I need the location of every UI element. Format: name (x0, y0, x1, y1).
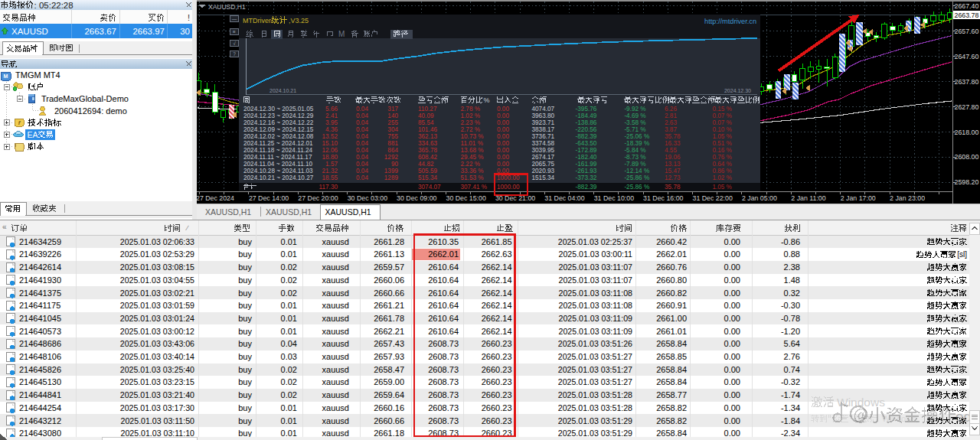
svg-text:-882.39: -882.39 (576, 184, 597, 191)
svg-text:31 Dec 22:00: 31 Dec 22:00 (693, 194, 733, 202)
svg-text:0.02: 0.02 (281, 262, 297, 272)
svg-text:buy: buy (238, 314, 252, 323)
svg-text:2610.64: 2610.64 (428, 288, 459, 298)
svg-text:-0.86: -0.86 (781, 237, 800, 246)
svg-text:2658.82: 2658.82 (656, 416, 687, 425)
svg-text:11.01 %: 11.01 % (461, 140, 483, 147)
svg-text:0.00: 0.00 (724, 352, 740, 361)
svg-text:2024.11.18 ~ 2024.11.24: 2024.11.18 ~ 2024.11.24 (243, 147, 313, 154)
svg-text:2608.73: 2608.73 (428, 365, 459, 374)
svg-text:304: 304 (387, 126, 398, 133)
svg-text:buy: buy (238, 262, 252, 272)
svg-text:2025.01.03 03:11:10: 2025.01.03 03:11:10 (121, 429, 195, 438)
svg-text:18.55: 18.55 (322, 174, 338, 181)
svg-text:2025.01.03 03:43:06: 2025.01.03 03:43:06 (120, 339, 194, 348)
svg-text:2025.01.03 03:51:26: 2025.01.03 03:51:26 (558, 339, 632, 348)
svg-text:214644254: 214644254 (19, 403, 61, 412)
svg-text:,V3.25: ,V3.25 (289, 17, 309, 24)
svg-text:2658.85: 2658.85 (656, 352, 687, 361)
svg-text:-882.39: -882.39 (576, 133, 597, 140)
svg-text:2025.01.03 03:01:59: 2025.01.03 03:01:59 (120, 301, 194, 310)
svg-text:-0.32: -0.32 (781, 377, 800, 386)
svg-text:buy: buy (238, 301, 252, 310)
svg-text:51.53 %: 51.53 % (461, 174, 484, 181)
svg-text:buy: buy (238, 327, 252, 336)
svg-text:xauusd: xauusd (322, 288, 349, 298)
svg-text:2024.12.09 ~ 2024.12.15: 2024.12.09 ~ 2024.12.15 (243, 126, 314, 133)
svg-text:buy: buy (238, 237, 252, 246)
svg-text:-261.93: -261.93 (576, 168, 597, 174)
svg-text:XAUUSD,H1: XAUUSD,H1 (205, 207, 251, 217)
svg-text:44.82: 44.82 (418, 161, 434, 168)
svg-text:-8.73 %: -8.73 % (624, 154, 645, 161)
svg-text:≡: ≡ (233, 29, 236, 34)
svg-text:30 Dec 09:00: 30 Dec 09:00 (397, 194, 436, 202)
svg-text:2.76: 2.76 (784, 352, 800, 361)
svg-text:0.04: 0.04 (356, 112, 368, 119)
svg-text:2.38: 2.38 (784, 262, 800, 272)
svg-text:0.32: 0.32 (784, 288, 800, 298)
svg-text:2658.84: 2658.84 (656, 339, 687, 348)
svg-text:13.68 %: 13.68 % (461, 147, 484, 154)
svg-text:2662.01: 2662.01 (428, 249, 459, 259)
svg-text:2 Jan 17:00: 2 Jan 17:00 (841, 194, 876, 202)
svg-text:2661.78: 2661.78 (374, 314, 404, 323)
svg-text:2663.67: 2663.67 (84, 27, 116, 36)
svg-text:2025.01.03 02:06:33: 2025.01.03 02:06:33 (120, 237, 194, 246)
svg-text:12.73: 12.73 (665, 174, 681, 181)
svg-text:0.01: 0.01 (281, 403, 297, 412)
svg-text:2024.12.30 ~ 2025.01.05: 2024.12.30 ~ 2025.01.05 (243, 106, 314, 112)
svg-text:2608.73: 2608.73 (428, 390, 459, 399)
svg-text:2025.01.03 03:11:09: 2025.01.03 03:11:09 (559, 314, 633, 323)
svg-text:-161.99: -161.99 (576, 161, 597, 168)
svg-text:0.00: 0.00 (724, 377, 740, 386)
svg-text:0.00: 0.00 (497, 106, 509, 112)
svg-text:1.02 %: 1.02 % (461, 112, 481, 119)
svg-text:214648106: 214648106 (19, 352, 61, 361)
svg-text:-1.20: -1.20 (781, 327, 800, 336)
svg-text:5.64: 5.64 (784, 339, 800, 348)
svg-text:2661.21: 2661.21 (374, 301, 404, 310)
svg-text:-2.34: -2.34 (781, 429, 800, 438)
svg-text:214641175: 214641175 (19, 301, 60, 310)
svg-text:307.41 %: 307.41 % (461, 184, 488, 191)
svg-text:31 Dec 16:00: 31 Dec 16:00 (643, 194, 683, 202)
svg-text:2024.12.16 ~ 2024.12.22: 2024.12.16 ~ 2024.12.22 (243, 119, 314, 126)
svg-text:214643080: 214643080 (19, 429, 61, 438)
svg-text:35.78: 35.78 (665, 184, 681, 191)
svg-text:2657.43: 2657.43 (374, 339, 404, 348)
svg-text:2025.01.03 03:51:28: 2025.01.03 03:51:28 (558, 403, 632, 412)
svg-text:2662.14: 2662.14 (482, 314, 512, 323)
svg-text:2660.66: 2660.66 (374, 288, 404, 298)
svg-text:TMGM MT4: TMGM MT4 (15, 70, 60, 80)
svg-text:2.78 %: 2.78 % (461, 106, 481, 112)
svg-text:2667.40: 2667.40 (955, 2, 979, 10)
svg-text:27 Dec 20:00: 27 Dec 20:00 (298, 194, 338, 202)
svg-text:2662.14: 2662.14 (482, 327, 512, 336)
svg-text:2025.01.03 03:23:15: 2025.01.03 03:23:15 (120, 377, 194, 386)
svg-text:0.04: 0.04 (356, 119, 368, 126)
svg-text:214643212: 214643212 (19, 416, 61, 425)
svg-text:2647.60: 2647.60 (955, 53, 979, 60)
svg-text:2024.10.21 ~ 2024.10.27: 2024.10.21 ~ 2024.10.27 (243, 174, 314, 181)
svg-text:0.00: 0.00 (724, 301, 740, 310)
svg-text:«: « (2, 223, 7, 231)
svg-text:0.04: 0.04 (356, 174, 368, 181)
svg-text:1.05 %: 1.05 % (712, 133, 732, 140)
svg-text:2658.77: 2658.77 (656, 390, 687, 399)
svg-text:buy: buy (238, 390, 252, 399)
svg-text:0.02: 0.02 (281, 390, 297, 399)
svg-text:2025.01.03 03:01:24: 2025.01.03 03:01:24 (120, 314, 194, 323)
svg-text:2661.13: 2661.13 (374, 249, 404, 259)
svg-text:1399: 1399 (384, 168, 399, 174)
svg-text:0.64 %: 0.64 % (712, 161, 732, 168)
svg-text:0.02: 0.02 (281, 275, 297, 285)
svg-text:0.10 %: 0.10 % (712, 126, 732, 133)
svg-text:2627.80: 2627.80 (955, 103, 979, 111)
svg-text:2025.01.03 02:53:29: 2025.01.03 02:53:29 (120, 249, 194, 259)
svg-text:XAUUSD,H1: XAUUSD,H1 (266, 207, 312, 217)
svg-text:2660.23: 2660.23 (482, 365, 512, 374)
svg-text:140: 140 (387, 112, 398, 119)
svg-text:2661.28: 2661.28 (374, 237, 404, 246)
svg-text:2025.01.03 03:21:40: 2025.01.03 03:21:40 (120, 390, 194, 399)
